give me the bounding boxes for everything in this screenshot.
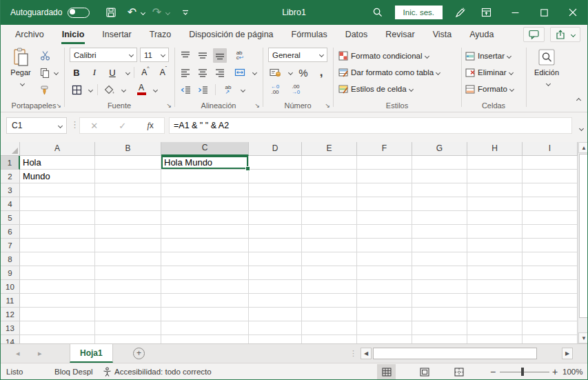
cell-H11[interactable] xyxy=(467,294,523,308)
tab-insertar[interactable]: Insertar xyxy=(93,25,140,44)
cell-E11[interactable] xyxy=(302,294,357,308)
cell-A4[interactable] xyxy=(20,197,95,211)
expand-formula-bar-button[interactable] xyxy=(577,122,583,134)
formula-input[interactable]: =A1 & " " & A2 xyxy=(169,117,572,134)
row-header-2[interactable]: 2 xyxy=(1,170,20,183)
cell-A5[interactable] xyxy=(20,211,95,225)
row-header-8[interactable]: 8 xyxy=(1,252,20,266)
cell-E4[interactable] xyxy=(302,197,357,211)
cell-F9[interactable] xyxy=(357,266,412,280)
cell-E6[interactable] xyxy=(302,225,357,239)
cell-I7[interactable] xyxy=(523,239,578,252)
decrease-decimal-button[interactable]: .00 →0 xyxy=(289,83,303,97)
increase-indent-button[interactable] xyxy=(196,83,210,97)
cell-H3[interactable] xyxy=(467,183,523,197)
cell-D13[interactable] xyxy=(249,321,302,335)
cell-C7[interactable] xyxy=(161,239,249,252)
cell-I10[interactable] xyxy=(523,280,578,294)
cell-F3[interactable] xyxy=(357,183,412,197)
cell-I4[interactable] xyxy=(523,197,578,211)
cell-G9[interactable] xyxy=(412,266,467,280)
italic-button[interactable]: I xyxy=(88,66,101,80)
autosave-toggle[interactable] xyxy=(68,8,90,18)
font-dialog-launcher[interactable]: ↘ xyxy=(166,103,172,109)
cell-D10[interactable] xyxy=(249,280,302,294)
cell-E5[interactable] xyxy=(302,211,357,225)
share-button[interactable] xyxy=(550,27,580,42)
column-header-G[interactable]: G xyxy=(412,142,467,156)
cell-B10[interactable] xyxy=(95,280,161,294)
horizontal-scroll-thumb[interactable] xyxy=(373,348,537,359)
cell-G13[interactable] xyxy=(412,321,467,335)
clipboard-dialog-launcher[interactable]: ↘ xyxy=(56,103,61,109)
cut-button[interactable] xyxy=(38,48,52,63)
cell-A14[interactable] xyxy=(20,335,95,343)
cell-I5[interactable] xyxy=(523,211,578,225)
cell-H5[interactable] xyxy=(467,211,523,225)
format-cells-button[interactable]: Formato xyxy=(465,82,514,97)
select-all-corner[interactable] xyxy=(1,142,20,156)
sheet-tab-hoja1[interactable]: Hoja1 xyxy=(70,344,113,363)
cell-B12[interactable] xyxy=(95,308,161,321)
cell-A12[interactable] xyxy=(20,308,95,321)
cell-C13[interactable] xyxy=(161,321,249,335)
cell-F10[interactable] xyxy=(357,280,412,294)
cell-H2[interactable] xyxy=(467,170,523,183)
cell-B13[interactable] xyxy=(95,321,161,335)
search-button[interactable] xyxy=(366,0,389,25)
align-bottom-button[interactable] xyxy=(213,48,227,63)
column-header-H[interactable]: H xyxy=(467,142,523,156)
tab-split-handle[interactable]: ⋮ xyxy=(349,349,358,358)
cell-D1[interactable] xyxy=(249,156,302,170)
font-name-select[interactable]: Calibri xyxy=(70,48,137,62)
column-header-D[interactable]: D xyxy=(249,142,302,156)
scroll-down-button[interactable]: ▼ xyxy=(578,332,588,343)
row-header-12[interactable]: 12 xyxy=(1,308,20,321)
cell-D12[interactable] xyxy=(249,308,302,321)
redo-button[interactable]: ↷ xyxy=(149,0,172,25)
cell-A3[interactable] xyxy=(20,183,95,197)
fill-color-button[interactable] xyxy=(103,83,116,97)
column-header-I[interactable]: I xyxy=(523,142,578,156)
format-as-table-button[interactable]: Dar formato como tabla xyxy=(338,66,440,80)
cell-B14[interactable] xyxy=(95,335,161,343)
tab-archivo[interactable]: Archivo xyxy=(6,25,53,44)
cell-E1[interactable] xyxy=(302,156,357,170)
cell-A7[interactable] xyxy=(20,239,95,252)
cell-B7[interactable] xyxy=(95,239,161,252)
cell-G11[interactable] xyxy=(412,294,467,308)
tab-disposicion[interactable]: Disposición de página xyxy=(180,25,282,44)
cell-C4[interactable] xyxy=(161,197,249,211)
cell-A9[interactable] xyxy=(20,266,95,280)
save-button[interactable] xyxy=(99,0,123,25)
cell-F2[interactable] xyxy=(357,170,412,183)
sheet-next-button[interactable]: ▸ xyxy=(38,344,42,363)
cell-I14[interactable] xyxy=(523,335,578,343)
normal-view-button[interactable] xyxy=(377,364,396,379)
decrease-indent-button[interactable] xyxy=(179,83,192,97)
cell-G1[interactable] xyxy=(412,156,467,170)
cell-D7[interactable] xyxy=(249,239,302,252)
row-header-7[interactable]: 7 xyxy=(1,239,20,252)
cell-H1[interactable] xyxy=(467,156,523,170)
merge-center-button[interactable] xyxy=(233,66,247,80)
cell-C3[interactable] xyxy=(161,183,249,197)
sheet-prev-button[interactable]: ◂ xyxy=(16,344,20,363)
row-header-3[interactable]: 3 xyxy=(1,183,20,197)
cell-G10[interactable] xyxy=(412,280,467,294)
cell-A6[interactable] xyxy=(20,225,95,239)
row-header-10[interactable]: 10 xyxy=(1,280,20,294)
cell-B4[interactable] xyxy=(95,197,161,211)
cell-B2[interactable] xyxy=(95,170,161,183)
cell-F12[interactable] xyxy=(357,308,412,321)
align-middle-button[interactable] xyxy=(196,48,210,63)
tab-vista[interactable]: Vista xyxy=(424,25,461,44)
cell-C6[interactable] xyxy=(161,225,249,239)
zoom-slider-thumb[interactable] xyxy=(521,368,524,376)
cell-G2[interactable] xyxy=(412,170,467,183)
close-button[interactable] xyxy=(558,0,587,25)
cell-B1[interactable] xyxy=(95,156,161,170)
cell-A8[interactable] xyxy=(20,252,95,266)
column-header-F[interactable]: F xyxy=(357,142,412,156)
cell-F14[interactable] xyxy=(357,335,412,343)
